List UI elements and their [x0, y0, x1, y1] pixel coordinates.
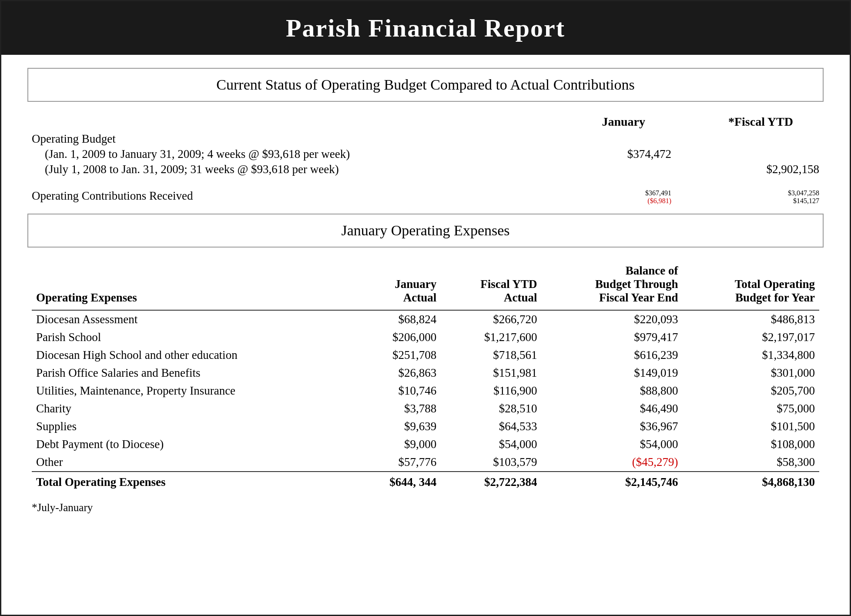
- row-ytd: $64,533: [441, 418, 541, 435]
- expenses-title: January Operating Expenses: [341, 222, 509, 238]
- contributions-ytd-vals: $3,047,258 $145,127: [724, 189, 819, 205]
- row-jan: $68,824: [355, 310, 441, 328]
- col-header-jan: January Actual: [355, 261, 441, 310]
- row-label: Utilities, Maintenance, Property Insuran…: [32, 382, 355, 400]
- total-jan: $644, 344: [355, 472, 441, 491]
- row-balance: $54,000: [542, 435, 683, 453]
- col-header-balance-line2: Budget Through: [595, 278, 678, 291]
- row-total: $58,300: [682, 453, 819, 472]
- col-header-total-line1: Total Operating: [735, 278, 815, 291]
- row-jan: $57,776: [355, 453, 441, 472]
- footnote: *July-January: [27, 502, 824, 514]
- row-jan: $10,746: [355, 382, 441, 400]
- total-ytd: $2,722,384: [441, 472, 541, 491]
- row-total: $486,813: [682, 310, 819, 328]
- budget-line1-label: (Jan. 1, 2009 to January 31, 2009; 4 wee…: [32, 147, 576, 161]
- contributions-jan-diff: ($6,981): [647, 197, 671, 205]
- row-label: Parish School: [32, 328, 355, 346]
- contributions-ytd-value: $3,047,258: [788, 189, 819, 197]
- row-balance: $220,093: [542, 310, 683, 328]
- row-total: $75,000: [682, 400, 819, 418]
- row-ytd: $28,510: [441, 400, 541, 418]
- total-row: Total Operating Expenses$644, 344$2,722,…: [32, 472, 819, 491]
- row-total: $1,334,800: [682, 346, 819, 364]
- row-label: Debt Payment (to Diocese): [32, 435, 355, 453]
- table-row: Utilities, Maintenance, Property Insuran…: [32, 382, 819, 400]
- table-row: Charity$3,788$28,510$46,490$75,000: [32, 400, 819, 418]
- budget-section: January *Fiscal YTD Operating Budget (Ja…: [27, 115, 824, 176]
- row-balance: $88,800: [542, 382, 683, 400]
- contributions-jan-vals: $367,491 ($6,981): [576, 189, 671, 205]
- row-total: $2,197,017: [682, 328, 819, 346]
- row-total: $101,500: [682, 418, 819, 435]
- table-row: Diocesan High School and other education…: [32, 346, 819, 364]
- contributions-jan-value: $367,491: [645, 189, 671, 197]
- contributions-section: Operating Contributions Received $367,49…: [27, 189, 824, 205]
- page-wrapper: Parish Financial Report Current Status o…: [0, 0, 851, 616]
- col-header-ytd-line2: Actual: [504, 291, 537, 305]
- row-ytd: $103,579: [441, 453, 541, 472]
- expenses-table: Operating Expenses January Actual Fiscal…: [32, 261, 819, 491]
- table-row: Supplies$9,639$64,533$36,967$101,500: [32, 418, 819, 435]
- row-label: Supplies: [32, 418, 355, 435]
- row-jan: $9,000: [355, 435, 441, 453]
- row-label: Diocesan Assessment: [32, 310, 355, 328]
- operating-budget-section-box: Current Status of Operating Budget Compa…: [27, 68, 824, 102]
- operating-budget-title: Current Status of Operating Budget Compa…: [216, 77, 634, 93]
- row-ytd: $151,981: [441, 364, 541, 382]
- row-jan: $26,863: [355, 364, 441, 382]
- row-label: Diocesan High School and other education: [32, 346, 355, 364]
- col-header-balance-line1: Balance of: [626, 264, 678, 278]
- contributions-ytd-diff: $145,127: [793, 197, 819, 205]
- row-total: $108,000: [682, 435, 819, 453]
- row-ytd: $54,000: [441, 435, 541, 453]
- row-balance: $149,019: [542, 364, 683, 382]
- total-total: $4,868,130: [682, 472, 819, 491]
- row-label: Other: [32, 453, 355, 472]
- col-header-ytd: Fiscal YTD Actual: [441, 261, 541, 310]
- row-jan: $9,639: [355, 418, 441, 435]
- report-header: Parish Financial Report: [1, 1, 850, 55]
- table-row: Debt Payment (to Diocese)$9,000$54,000$5…: [32, 435, 819, 453]
- row-jan: $3,788: [355, 400, 441, 418]
- budget-line2-row: (July 1, 2008 to Jan. 31, 2009; 31 weeks…: [32, 163, 819, 176]
- report-content: Current Status of Operating Budget Compa…: [1, 55, 850, 531]
- budget-line2-label: (July 1, 2008 to Jan. 31, 2009; 31 weeks…: [32, 163, 576, 176]
- budget-main-label-row: Operating Budget: [32, 132, 819, 146]
- col-header-jan-line1: January: [395, 278, 436, 291]
- row-balance: $616,239: [542, 346, 683, 364]
- expenses-section-box: January Operating Expenses: [27, 214, 824, 248]
- row-label: Charity: [32, 400, 355, 418]
- row-jan: $251,708: [355, 346, 441, 364]
- row-jan: $206,000: [355, 328, 441, 346]
- col-header-balance-line3: Fiscal Year End: [599, 291, 678, 305]
- row-ytd: $718,561: [441, 346, 541, 364]
- row-balance: $979,417: [542, 328, 683, 346]
- row-balance: $46,490: [542, 400, 683, 418]
- total-label: Total Operating Expenses: [32, 472, 355, 491]
- contributions-label: Operating Contributions Received: [32, 189, 576, 203]
- row-balance: ($45,279): [542, 453, 683, 472]
- row-ytd: $116,900: [441, 382, 541, 400]
- budget-main-label: Operating Budget: [32, 132, 576, 146]
- contributions-row: Operating Contributions Received $367,49…: [32, 189, 819, 205]
- col-header-ytd-line1: Fiscal YTD: [480, 278, 537, 291]
- col-header-label: Operating Expenses: [32, 261, 355, 310]
- ytd-header: *Fiscal YTD: [697, 115, 793, 129]
- budget-column-headers: January *Fiscal YTD: [32, 115, 819, 129]
- row-ytd: $266,720: [441, 310, 541, 328]
- col-header-total-line2: Budget for Year: [735, 291, 815, 305]
- row-balance: $36,967: [542, 418, 683, 435]
- budget-line1-row: (Jan. 1, 2009 to January 31, 2009; 4 wee…: [32, 147, 819, 161]
- jan-header: January: [549, 115, 645, 129]
- row-ytd: $1,217,600: [441, 328, 541, 346]
- row-total: $301,000: [682, 364, 819, 382]
- col-header-total: Total Operating Budget for Year: [682, 261, 819, 310]
- row-total: $205,700: [682, 382, 819, 400]
- row-label: Parish Office Salaries and Benefits: [32, 364, 355, 382]
- expenses-section: Operating Expenses January Actual Fiscal…: [27, 261, 824, 491]
- report-title: Parish Financial Report: [286, 14, 565, 42]
- budget-line2-ytd: $2,902,158: [724, 163, 819, 176]
- col-header-jan-line2: Actual: [403, 291, 437, 305]
- table-row: Parish School$206,000$1,217,600$979,417$…: [32, 328, 819, 346]
